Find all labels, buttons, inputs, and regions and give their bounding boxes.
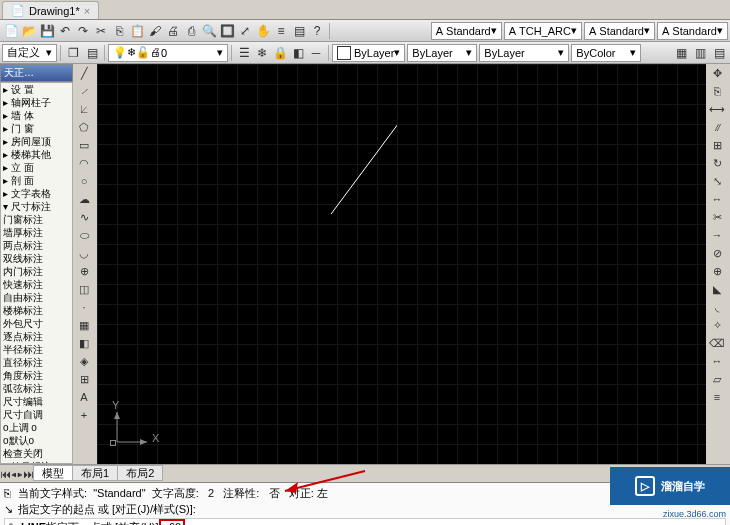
stretch-icon[interactable]: ↔: [706, 190, 728, 208]
find-icon[interactable]: 🔍: [200, 22, 218, 40]
palette-item[interactable]: 检查关闭: [1, 447, 72, 460]
rect-icon[interactable]: ▭: [73, 136, 95, 154]
insert-icon[interactable]: ⊕: [73, 262, 95, 280]
point-icon[interactable]: ·: [73, 298, 95, 316]
block-icon[interactable]: ◫: [73, 280, 95, 298]
property-dropdown[interactable]: ByLayer▾: [407, 44, 477, 62]
polygon-icon[interactable]: ⬠: [73, 118, 95, 136]
tab-nav[interactable]: ⏮: [0, 468, 11, 480]
property-dropdown[interactable]: ByLayer▾: [479, 44, 569, 62]
palette-item[interactable]: ▾ 尺寸标注: [1, 200, 72, 213]
save-icon[interactable]: 💾: [38, 22, 56, 40]
property-dropdown[interactable]: ByColor▾: [571, 44, 641, 62]
arc-icon[interactable]: ◠: [73, 154, 95, 172]
move-icon[interactable]: ✥: [706, 64, 728, 82]
linetype-icon[interactable]: ─: [307, 44, 325, 62]
palette-item[interactable]: 直径标注: [1, 356, 72, 369]
undo-icon[interactable]: ↶: [56, 22, 74, 40]
explode-icon[interactable]: ✧: [706, 316, 728, 334]
copy-icon[interactable]: ⎘: [706, 82, 728, 100]
offset-icon[interactable]: ⫽: [706, 118, 728, 136]
calc-icon[interactable]: ▤: [710, 44, 728, 62]
zoom-window-icon[interactable]: 🔲: [218, 22, 236, 40]
layer-states-icon[interactable]: ▤: [83, 44, 101, 62]
style-dropdown[interactable]: ATCH_ARC▾: [504, 22, 582, 40]
zoom-extents-icon[interactable]: ⤢: [236, 22, 254, 40]
area-icon[interactable]: ▱: [706, 370, 728, 388]
scale-icon[interactable]: ⤡: [706, 172, 728, 190]
toolpalette-icon[interactable]: ▦: [672, 44, 690, 62]
sheetset-icon[interactable]: ▥: [691, 44, 709, 62]
style-dropdown[interactable]: AStandard▾: [584, 22, 655, 40]
copy-icon[interactable]: ⎘: [110, 22, 128, 40]
palette-item[interactable]: ▸ 房间屋顶: [1, 135, 72, 148]
xline-icon[interactable]: ⟋: [73, 82, 95, 100]
pline-icon[interactable]: ⟀: [73, 100, 95, 118]
palette-item[interactable]: 角度标注: [1, 369, 72, 382]
custom-dropdown[interactable]: 自定义▾: [2, 44, 57, 62]
palette-item[interactable]: 墙厚标注: [1, 226, 72, 239]
layer-icon[interactable]: ☰: [235, 44, 253, 62]
array-icon[interactable]: ⊞: [706, 136, 728, 154]
addsel-icon[interactable]: +: [73, 406, 95, 424]
document-tab[interactable]: 📄 Drawing1* ×: [2, 1, 99, 19]
palette-item[interactable]: 快速标注: [1, 278, 72, 291]
palette-title[interactable]: 天正…: [0, 64, 73, 82]
chamfer-icon[interactable]: ◣: [706, 280, 728, 298]
palette-item[interactable]: 内门标注: [1, 265, 72, 278]
mirror-icon[interactable]: ⟷: [706, 100, 728, 118]
revcloud-icon[interactable]: ☁: [73, 190, 95, 208]
command-input[interactable]: ✎ LINE 指定下一点或 [ 放弃(U) ] <60: [4, 518, 726, 525]
palette-item[interactable]: ▸ 剖 面: [1, 174, 72, 187]
hatch-icon[interactable]: ▦: [73, 316, 95, 334]
palette-item[interactable]: 弧弦标注: [1, 382, 72, 395]
palette-item[interactable]: ▸ 轴网柱子: [1, 96, 72, 109]
erase-icon[interactable]: ⌫: [706, 334, 728, 352]
palette-item[interactable]: 逐点标注: [1, 330, 72, 343]
cut-icon[interactable]: ✂: [92, 22, 110, 40]
palette-item[interactable]: 外包尺寸: [1, 317, 72, 330]
join-icon[interactable]: ⊕: [706, 262, 728, 280]
break-icon[interactable]: ⊘: [706, 244, 728, 262]
palette-item[interactable]: 楼梯标注: [1, 304, 72, 317]
lock-icon[interactable]: 🔒: [271, 44, 289, 62]
style-dropdown[interactable]: AStandard▾: [657, 22, 728, 40]
palette-item[interactable]: 双线标注: [1, 252, 72, 265]
rotate-icon[interactable]: ↻: [706, 154, 728, 172]
palette-item[interactable]: 半径标注: [1, 343, 72, 356]
plot-icon[interactable]: ⎙: [182, 22, 200, 40]
help-icon[interactable]: ?: [308, 22, 326, 40]
palette-item[interactable]: o上调 o: [1, 421, 72, 434]
layer-dropdown[interactable]: 💡❄🔓🖨 0▾: [108, 44, 228, 62]
extend-icon[interactable]: →: [706, 226, 728, 244]
trim-icon[interactable]: ✂: [706, 208, 728, 226]
palette-item[interactable]: ▸ 立 面: [1, 161, 72, 174]
layout-tab[interactable]: 布局2: [117, 465, 163, 481]
style-dropdown[interactable]: AStandard▾: [431, 22, 502, 40]
list-icon[interactable]: ≡: [706, 388, 728, 406]
circle-icon[interactable]: ○: [73, 172, 95, 190]
layers-icon[interactable]: ≡: [272, 22, 290, 40]
palette-item[interactable]: ▸ 符号标注: [1, 460, 72, 464]
dist-icon[interactable]: ↔: [706, 352, 728, 370]
pan-icon[interactable]: ✋: [254, 22, 272, 40]
palette-item[interactable]: 两点标注: [1, 239, 72, 252]
palette-item[interactable]: 尺寸编辑: [1, 395, 72, 408]
freeze-icon[interactable]: ❄: [253, 44, 271, 62]
color-icon[interactable]: ◧: [289, 44, 307, 62]
redo-icon[interactable]: ↷: [74, 22, 92, 40]
fillet-icon[interactable]: ◟: [706, 298, 728, 316]
palette-item[interactable]: 门窗标注: [1, 213, 72, 226]
drawing-canvas[interactable]: Y X: [97, 64, 706, 464]
layout-tab[interactable]: 模型: [33, 465, 73, 481]
print-icon[interactable]: 🖨: [164, 22, 182, 40]
layer-new-icon[interactable]: ❐: [64, 44, 82, 62]
open-icon[interactable]: 📂: [20, 22, 38, 40]
palette-item[interactable]: ▸ 墙 体: [1, 109, 72, 122]
region-icon[interactable]: ◈: [73, 352, 95, 370]
properties-icon[interactable]: ▤: [290, 22, 308, 40]
ellipse-icon[interactable]: ⬭: [73, 226, 95, 244]
mtext-icon[interactable]: A: [73, 388, 95, 406]
palette-item[interactable]: ▸ 楼梯其他: [1, 148, 72, 161]
gradient-icon[interactable]: ◧: [73, 334, 95, 352]
